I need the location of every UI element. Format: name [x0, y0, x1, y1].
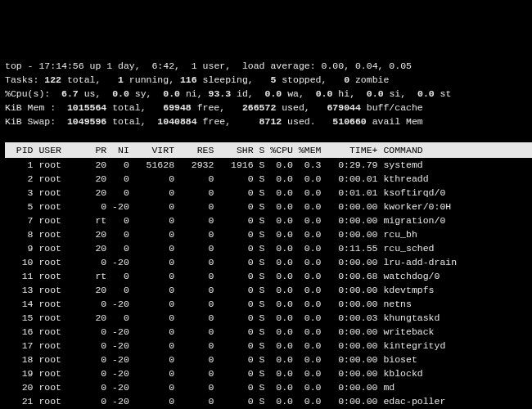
process-row[interactable]: 21 root 0 -20 0 0 0 S 0.0 0.0 0:00.00 ed… [5, 394, 532, 408]
label: avail Mem [367, 116, 423, 127]
label: , [174, 61, 192, 71]
mem-free: 69948 [163, 102, 192, 113]
process-row[interactable]: 5 root 0 -20 0 0 0 S 0.0 0.0 0:00.00 kwo… [5, 200, 532, 213]
label: Tasks: [5, 74, 44, 85]
tasks-zombie: 0 [344, 74, 349, 85]
process-row[interactable]: 14 root 0 -20 0 0 0 S 0.0 0.0 0:00.00 ne… [5, 297, 532, 311]
label: id, [231, 88, 264, 99]
summary-line-tasks: Tasks: 122 total, 1 running, 116 sleepin… [5, 73, 532, 87]
mem-total: 1015564 [67, 102, 106, 113]
cpu-sy: 0.0 [112, 88, 129, 99]
tasks-total: 122 [44, 74, 61, 85]
process-row[interactable]: 10 root 0 -20 0 0 0 S 0.0 0.0 0:00.00 lr… [5, 255, 532, 269]
process-row[interactable]: 15 root 20 0 0 0 0 S 0.0 0.0 0:00.03 khu… [5, 311, 532, 325]
users-count: 1 [192, 61, 197, 71]
label: buff/cache [361, 102, 423, 113]
label: top - [5, 61, 38, 71]
label: used. [282, 116, 332, 127]
label: used, [276, 102, 327, 113]
summary-line-mem: KiB Mem : 1015564 total, 69948 free, 266… [5, 101, 532, 115]
label: running, [124, 74, 180, 85]
summary-line-uptime: top - 17:14:56 up 1 day, 6:42, 1 user, l… [5, 59, 532, 73]
process-row[interactable]: 13 root 20 0 0 0 0 S 0.0 0.0 0:00.00 kde… [5, 283, 532, 297]
process-list[interactable]: 1 root 20 0 51628 2932 1916 S 0.0 0.3 0:… [5, 158, 532, 409]
label: KiB Swap: [5, 116, 67, 127]
mem-avail: 510660 [332, 116, 366, 127]
mem-used: 266572 [242, 102, 276, 113]
process-row[interactable]: 20 root 0 -20 0 0 0 S 0.0 0.0 0:00.00 md [5, 380, 532, 394]
process-row[interactable]: 1 root 20 0 51628 2932 1916 S 0.0 0.3 0:… [5, 158, 532, 172]
process-row[interactable]: 7 root rt 0 0 0 0 S 0.0 0.0 0:00.00 migr… [5, 213, 532, 227]
load-average: 0.00, 0.04, 0.05 [322, 61, 412, 71]
label: us, [79, 88, 112, 99]
swap-used: 8712 [259, 116, 282, 127]
summary-line-cpu: %Cpu(s): 6.7 us, 0.0 sy, 0.0 ni, 93.3 id… [5, 87, 532, 101]
process-row[interactable]: 8 root 20 0 0 0 0 S 0.0 0.0 0:00.00 rcu_… [5, 227, 532, 241]
tasks-running: 1 [118, 74, 124, 85]
label: hi, [332, 88, 366, 99]
process-row[interactable]: 17 root 0 -20 0 0 0 S 0.0 0.0 0:00.00 ki… [5, 339, 532, 353]
label: sy, [129, 88, 163, 99]
mem-buffcache: 679044 [327, 102, 360, 113]
process-row[interactable]: 2 root 20 0 0 0 0 S 0.0 0.0 0:00.01 kthr… [5, 172, 532, 186]
cpu-id: 93.3 [209, 88, 232, 99]
summary-line-swap: KiB Swap: 1049596 total, 1040884 free, 8… [5, 115, 532, 128]
label: free, [197, 116, 259, 127]
label: ni, [180, 88, 209, 99]
label: zombie [349, 74, 389, 85]
tasks-sleeping: 116 [180, 74, 197, 85]
uptime: 6:42 [151, 61, 174, 71]
cpu-wa: 0.0 [265, 88, 282, 99]
label: total, [61, 74, 118, 85]
label: user, load average: [197, 61, 322, 71]
time: 17:14:56 [38, 61, 83, 71]
process-row[interactable]: 19 root 0 -20 0 0 0 S 0.0 0.0 0:00.00 kb… [5, 366, 532, 380]
label: free, [192, 102, 242, 113]
label: %Cpu(s): [5, 88, 61, 99]
label: stopped, [276, 74, 344, 85]
cpu-us: 6.7 [61, 88, 79, 99]
label: si, [384, 88, 417, 99]
process-row[interactable]: 3 root 20 0 0 0 0 S 0.0 0.0 0:01.01 ksof… [5, 186, 532, 200]
process-row[interactable]: 9 root 20 0 0 0 0 S 0.0 0.0 0:11.55 rcu_… [5, 241, 532, 255]
label: KiB Mem : [5, 102, 67, 113]
process-row[interactable]: 16 root 0 -20 0 0 0 S 0.0 0.0 0:00.00 wr… [5, 325, 532, 339]
label: total, [106, 116, 157, 127]
process-row[interactable]: 11 root rt 0 0 0 0 S 0.0 0.0 0:00.68 wat… [5, 269, 532, 283]
label: sleeping, [197, 74, 271, 85]
column-header-row[interactable]: PID USER PR NI VIRT RES SHR S %CPU %MEM … [5, 142, 532, 158]
label: total, [106, 102, 163, 113]
label: st [435, 88, 452, 99]
swap-total: 1049596 [67, 116, 106, 127]
label: up 1 day, [84, 61, 152, 71]
cpu-hi: 0.0 [316, 88, 333, 99]
blank-line [5, 128, 532, 142]
cpu-ni: 0.0 [163, 88, 180, 99]
swap-free: 1040884 [157, 116, 196, 127]
cpu-st: 0.0 [417, 88, 435, 99]
label: wa, [282, 88, 315, 99]
cpu-si: 0.0 [367, 88, 384, 99]
process-row[interactable]: 18 root 0 -20 0 0 0 S 0.0 0.0 0:00.00 bi… [5, 353, 532, 366]
